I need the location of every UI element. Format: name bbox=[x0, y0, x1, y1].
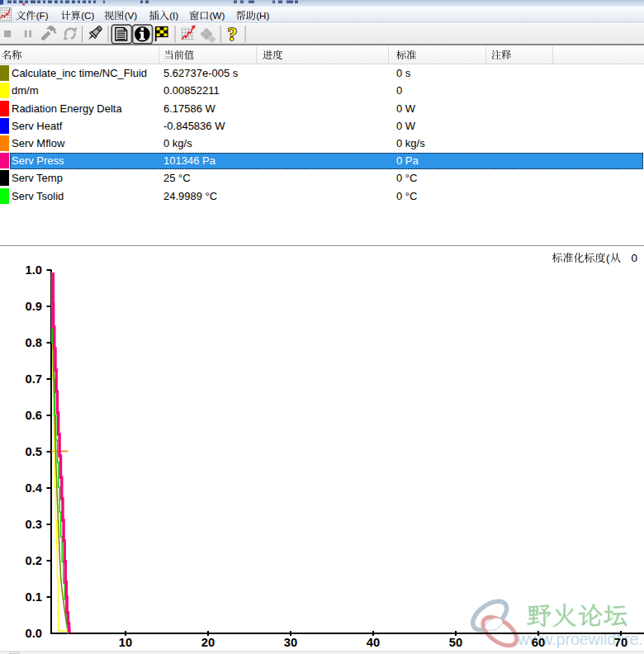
svg-text:0.3: 0.3 bbox=[26, 518, 42, 531]
svg-text:(: ( bbox=[606, 252, 610, 264]
svg-text:10: 10 bbox=[119, 636, 132, 649]
svg-text:www.proewildfire.cn: www.proewildfire.cn bbox=[517, 630, 644, 648]
svg-text:0: 0 bbox=[632, 252, 638, 264]
svg-text:60: 60 bbox=[532, 636, 545, 649]
svg-text:0.5: 0.5 bbox=[26, 445, 42, 458]
svg-text:20: 20 bbox=[201, 636, 215, 649]
svg-text:30: 30 bbox=[284, 636, 297, 649]
svg-text:70: 70 bbox=[614, 636, 627, 649]
svg-text:0.8: 0.8 bbox=[26, 336, 42, 349]
svg-text:0.4: 0.4 bbox=[26, 481, 43, 495]
svg-text:0.9: 0.9 bbox=[26, 300, 42, 313]
svg-text:0.6: 0.6 bbox=[26, 409, 42, 422]
svg-text:0.1: 0.1 bbox=[26, 590, 42, 604]
svg-text:0.2: 0.2 bbox=[26, 554, 42, 567]
svg-text:40: 40 bbox=[367, 636, 380, 649]
svg-text:50: 50 bbox=[449, 636, 462, 649]
svg-text:0.0: 0.0 bbox=[26, 627, 42, 640]
svg-text:0.7: 0.7 bbox=[26, 372, 42, 386]
svg-text:1.0: 1.0 bbox=[26, 263, 42, 277]
